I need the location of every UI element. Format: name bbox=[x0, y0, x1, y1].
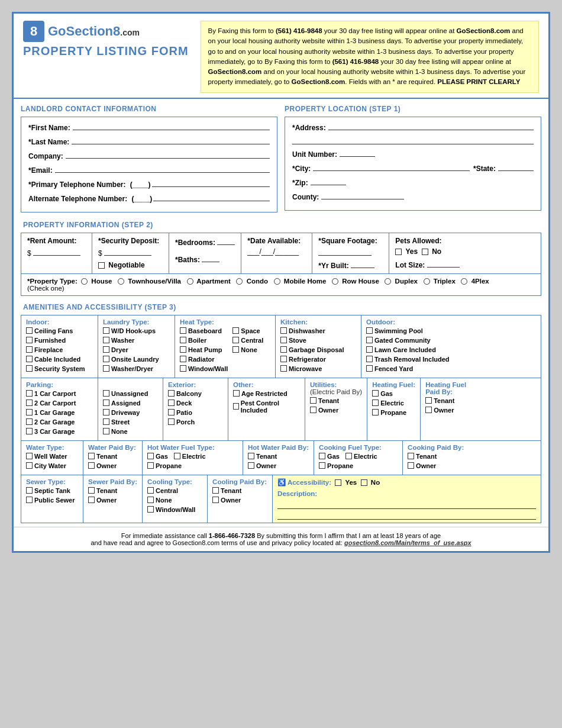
amen-dryer: Dryer bbox=[103, 346, 170, 353]
amen-washer: Washer bbox=[103, 337, 170, 344]
access-no-cb[interactable] bbox=[361, 479, 367, 486]
type-4plex-radio[interactable] bbox=[461, 278, 467, 285]
pets-cell: Pets Allowed: Yes No Lot Size: bbox=[389, 233, 465, 273]
sewer-paid-section: Sewer Paid By: Tenant Owner bbox=[83, 475, 143, 523]
amen-hfuel-propane: Propane bbox=[372, 409, 415, 416]
type-mobilehome-radio[interactable] bbox=[274, 278, 280, 285]
type-townhouse-radio[interactable] bbox=[118, 278, 124, 285]
type-apartment-radio[interactable] bbox=[187, 278, 193, 285]
other-section: Other: Age Restricted Pest Control Inclu… bbox=[228, 378, 305, 440]
amen-hw-propane: Propane bbox=[147, 462, 238, 469]
negotiable-cb[interactable] bbox=[98, 262, 105, 269]
type-triplex-radio[interactable] bbox=[424, 278, 430, 285]
pets-no-cb[interactable] bbox=[422, 249, 428, 255]
laundry-section: Laundry Type: W/D Hook-ups Washer Dryer … bbox=[98, 315, 175, 378]
amen-street: Street bbox=[103, 418, 158, 426]
last-name-field[interactable] bbox=[72, 136, 270, 144]
cooling-paid-section: Cooling Paid By: Tenant Owner bbox=[208, 475, 273, 523]
amen-3cargarage: 3 Car Garage bbox=[26, 428, 98, 435]
landlord-section: LANDLORD CONTACT INFORMATION *First Name… bbox=[21, 101, 277, 217]
address-field2[interactable] bbox=[292, 136, 534, 144]
amenities-row2: Parking: 1 Car Carport 2 Car Carport 1 C… bbox=[21, 378, 541, 440]
first-name-row: *First Name: bbox=[28, 122, 270, 132]
rent-cell: *Rent Amount: $ bbox=[21, 233, 92, 273]
heat-section: Heat Type: Baseboard Boiler Heat Pump Ra… bbox=[175, 315, 276, 378]
amenities-row3: Water Type: Well Water City Water Water … bbox=[21, 441, 541, 475]
amen-age-restricted: Age Restricted bbox=[233, 390, 300, 397]
exterior-section: Exterior: Balcony Deck Patio Porch bbox=[163, 378, 228, 440]
access-yes-cb[interactable] bbox=[335, 479, 341, 486]
amen-public-sewer: Public Sewer bbox=[26, 497, 78, 504]
amen-cool-tenant: Tenant bbox=[212, 487, 267, 494]
amen-well-water: Well Water bbox=[26, 453, 78, 460]
amen-lawn-care: Lawn Care Included bbox=[366, 346, 450, 353]
amen-balcony: Balcony bbox=[168, 390, 223, 397]
primary-phone-row: *Primary Telephone Number: (____) bbox=[28, 179, 270, 189]
alt-phone-field[interactable] bbox=[153, 193, 270, 201]
utilities-section: Utilities:(Electric Paid By) Tenant Owne… bbox=[305, 378, 367, 440]
type-house-radio[interactable] bbox=[81, 278, 88, 285]
pets-yes-cb[interactable] bbox=[395, 249, 402, 255]
terms-link[interactable]: gosection8.com/Main/terms_of_use.aspx bbox=[344, 539, 471, 546]
email-row: *Email: bbox=[28, 165, 270, 175]
sqft-cell: *Square Footage: *Yr Built: bbox=[312, 233, 389, 273]
last-name-label: *Last Name: bbox=[28, 138, 69, 146]
desc-line2[interactable] bbox=[277, 511, 536, 520]
county-field[interactable] bbox=[321, 191, 404, 199]
bed-bath-cell: *Bedrooms: *Baths: bbox=[169, 233, 241, 273]
hotwater-paid-section: Hot Water Paid By: Tenant Owner bbox=[243, 441, 314, 475]
type-condo-radio[interactable] bbox=[236, 278, 243, 285]
email-label: *Email: bbox=[28, 166, 53, 175]
amen-cf-electric: Electric bbox=[345, 453, 377, 460]
address-row: *Address: bbox=[292, 122, 534, 132]
unit-field[interactable] bbox=[340, 149, 375, 157]
outdoor-section: Outdoor: Swimming Pool Gated Community L… bbox=[361, 315, 454, 378]
indoor-section: Indoor: Ceiling Fans Furnished Fireplace… bbox=[21, 315, 98, 378]
amen-washerdryer: Washer/Dryer bbox=[103, 365, 170, 372]
zip-label: *Zip: bbox=[292, 179, 308, 187]
primary-phone-field[interactable] bbox=[152, 179, 270, 187]
company-field[interactable] bbox=[66, 150, 270, 159]
amen-none-cool: None bbox=[147, 497, 202, 504]
amenities-title: AMENITIES AND ACCESSIBILITY (STEP 3) bbox=[14, 299, 548, 313]
address-field[interactable] bbox=[328, 122, 534, 130]
location-section: PROPERTY LOCATION (STEP 1) *Address: Uni… bbox=[285, 101, 541, 217]
logo-area: 8 GoSection8.com PROPERTY LISTING FORM bbox=[23, 21, 189, 58]
hotwater-fuel-section: Hot Water Fuel Type: Gas Electric Propan… bbox=[143, 441, 243, 475]
kitchen-section: Kitchen: Dishwasher Stove Garbage Dispos… bbox=[276, 315, 361, 378]
amen-hfuel-gas: Gas bbox=[372, 390, 415, 397]
header: 8 GoSection8.com PROPERTY LISTING FORM B… bbox=[14, 14, 548, 99]
amen-cool-owner: Owner bbox=[212, 497, 267, 504]
amen-microwave: Microwave bbox=[280, 365, 356, 372]
first-name-field[interactable] bbox=[73, 122, 270, 130]
state-label: *State: bbox=[473, 165, 496, 173]
amen-boiler: Boiler bbox=[180, 337, 228, 344]
landlord-title: LANDLORD CONTACT INFORMATION bbox=[21, 101, 277, 114]
logo-brand: GoSection8.com bbox=[48, 24, 140, 39]
type-duplex-radio[interactable] bbox=[385, 278, 391, 285]
unit-label: Unit Number: bbox=[292, 150, 337, 159]
amen-refrigerator: Refrigerator bbox=[280, 356, 356, 363]
amen-hw-electric: Electric bbox=[174, 453, 206, 460]
amen-cf-propane: Propane bbox=[319, 462, 398, 469]
heating-fuel-section: Heating Fuel: Gas Electric Propane bbox=[367, 378, 421, 440]
amen-hw-paid-tenant: Tenant bbox=[248, 453, 309, 460]
city-state-row: *City: *State: bbox=[292, 163, 534, 173]
email-field[interactable] bbox=[55, 165, 270, 173]
desc-line1[interactable] bbox=[277, 501, 536, 509]
amen-windowwall-heat: Window/Wall bbox=[180, 365, 228, 372]
city-field[interactable] bbox=[313, 163, 470, 171]
prop-info-top: *Rent Amount: $ *Security Deposit: $ Neg… bbox=[21, 233, 541, 274]
amen-ceiling-fans: Ceiling Fans bbox=[26, 327, 93, 334]
amen-hfuel-paid-owner: Owner bbox=[425, 407, 466, 414]
state-field[interactable] bbox=[498, 163, 534, 171]
type-rowhouse-radio[interactable] bbox=[332, 278, 338, 285]
date-cell: *Date Available: ___/___/______ bbox=[241, 233, 312, 273]
amen-1cargarage: 1 Car Garage bbox=[26, 409, 98, 416]
amen-pest-control: Pest Control Included bbox=[233, 400, 298, 414]
parking-section2: x Unassigned Assigned Driveway Street No… bbox=[98, 378, 163, 440]
amen-sewer-owner: Owner bbox=[88, 497, 137, 504]
deposit-cell: *Security Deposit: $ Negotiable bbox=[92, 233, 169, 273]
zip-field[interactable] bbox=[311, 177, 346, 185]
amen-none-parking: None bbox=[103, 428, 158, 435]
